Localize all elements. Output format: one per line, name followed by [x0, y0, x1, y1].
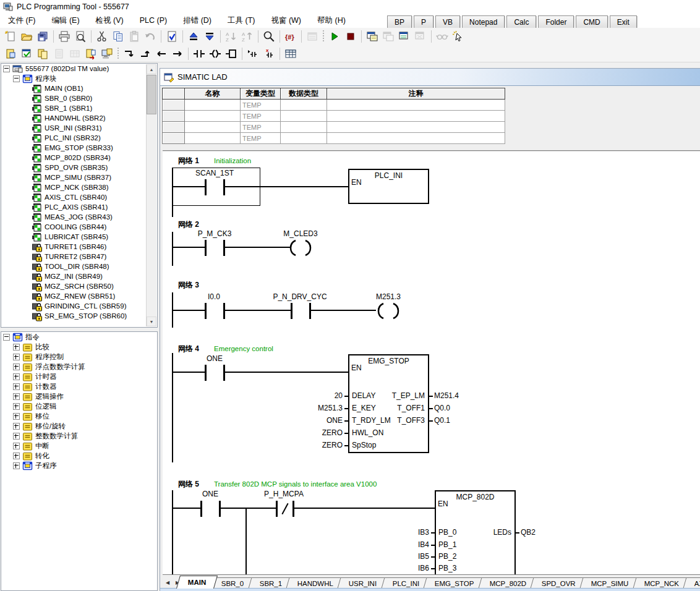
block-verify-button[interactable]	[19, 46, 35, 61]
expand-icon[interactable]	[13, 364, 20, 370]
scroll-down-button[interactable]: ▼	[147, 317, 156, 326]
var-table-cell-var_type[interactable]: TEMP	[241, 100, 281, 111]
tree-item-instructions-root[interactable]: 指令	[1, 332, 157, 342]
tree-item-block[interactable]: PLC_AXIS (SBR41)	[1, 202, 157, 212]
line-right-button[interactable]	[169, 46, 186, 61]
run-button[interactable]	[327, 29, 343, 44]
block-output-value[interactable]: Q0.0	[434, 404, 450, 412]
block-new-button[interactable]	[2, 46, 19, 61]
block-input-value[interactable]: IB5	[418, 552, 429, 561]
quick-button-folder[interactable]: Folder	[538, 15, 574, 29]
tree-item-instruction-category[interactable]: 移位/旋转	[1, 421, 157, 431]
tab-main[interactable]: MAIN	[176, 576, 218, 589]
menu-2[interactable]: 检视 (V)	[88, 14, 132, 28]
tree-item-block[interactable]: EMG_STOP (SBR33)	[1, 143, 157, 153]
contact[interactable]	[223, 240, 225, 256]
var-table-row-header[interactable]	[163, 133, 185, 144]
contact[interactable]	[291, 303, 292, 319]
contact-operand[interactable]: P_N_DRV_CYC	[273, 292, 327, 301]
tree-item-block[interactable]: SPD_OVR (SBR35)	[1, 163, 157, 172]
menu-5[interactable]: 工具 (T)	[220, 14, 263, 28]
var-table-cell-comment[interactable]	[327, 111, 505, 122]
expand-icon[interactable]	[13, 383, 20, 390]
coil-operand[interactable]: M251.3	[376, 292, 401, 301]
cut-button[interactable]	[94, 29, 110, 44]
tree-item-block[interactable]: TURRET1 (SBR46)	[1, 242, 157, 252]
ladder-canvas[interactable]: 网络 1 Initialization SCAN_1ST PLC_INI EN …	[163, 150, 700, 576]
block-input-value[interactable]: IB3	[418, 528, 429, 537]
expand-icon[interactable]	[13, 423, 20, 430]
block-monitor-button[interactable]	[99, 46, 115, 61]
tab-scroll-left-button[interactable]: ◀	[163, 576, 173, 589]
tree-item-block[interactable]: TOOL_DIR (SBR48)	[1, 261, 157, 271]
insert-instruction-button[interactable]	[245, 46, 261, 61]
menu-0[interactable]: 文件 (F)	[0, 14, 43, 28]
download-button[interactable]	[202, 29, 218, 44]
stop-button[interactable]	[343, 29, 359, 44]
contact[interactable]	[309, 303, 311, 319]
tree-item-block[interactable]: SBR_1 (SBR1)	[1, 103, 157, 113]
var-table-cell-data_type[interactable]	[281, 122, 327, 133]
tree-item-block[interactable]: HANDWHL (SBR2)	[1, 113, 157, 123]
tree-item-block[interactable]: LUBRICAT (SBR45)	[1, 232, 157, 242]
var-table-cell-data_type[interactable]	[281, 100, 327, 111]
tree-item-block[interactable]: SBR_0 (SBR0)	[1, 93, 157, 103]
insert-contact-button[interactable]	[191, 46, 207, 61]
quick-button-vb[interactable]: VB	[435, 15, 460, 29]
block-input-value[interactable]: 20	[335, 391, 343, 400]
window-status-button[interactable]	[396, 29, 412, 44]
upload-button[interactable]	[186, 29, 202, 44]
menu-3[interactable]: PLC (P)	[132, 14, 175, 28]
block-input-value[interactable]: ONE	[327, 416, 343, 425]
var-table-cell-comment[interactable]	[327, 133, 505, 144]
block-input-value[interactable]: M251.3	[318, 404, 343, 412]
var-table-cell-name[interactable]	[185, 122, 241, 133]
coil[interactable]	[376, 302, 401, 320]
tree-item-instruction-category[interactable]: 计时器	[1, 372, 157, 381]
tree-item-project-root[interactable]: 555677 (802Dsl TM value)	[1, 64, 157, 74]
insert-box-button[interactable]	[223, 46, 239, 61]
collapse-icon[interactable]	[3, 334, 10, 341]
block-input-value[interactable]: ZERO	[322, 441, 343, 449]
expand-icon[interactable]	[13, 373, 20, 380]
quick-button-notepad[interactable]: Notepad	[462, 15, 505, 29]
contact-operand[interactable]: P_M_CK3	[198, 229, 232, 238]
local-var-table-button[interactable]	[283, 46, 299, 61]
block-input-value[interactable]: IB4	[418, 540, 429, 549]
var-table-cell-name[interactable]	[185, 111, 241, 122]
insert-coil-button[interactable]	[207, 46, 223, 61]
contact[interactable]	[205, 240, 207, 256]
expand-icon[interactable]	[13, 393, 20, 400]
tab-handwhl[interactable]: HANDWHL	[286, 577, 345, 589]
address-braces-button[interactable]: {#}	[283, 29, 299, 44]
tree-item-block[interactable]: GRINDING_CTL (SBR59)	[1, 301, 157, 311]
tree-item-block[interactable]: COOLING (SBR44)	[1, 222, 157, 232]
var-table-row-header[interactable]	[163, 100, 185, 111]
negated-contact[interactable]	[292, 501, 294, 517]
var-table-cell-name[interactable]	[185, 133, 241, 144]
quick-button-calc[interactable]: Calc	[506, 15, 536, 29]
tab-mcp_simu[interactable]: MCP_SIMU	[580, 577, 641, 589]
block-input-value[interactable]: IB6	[418, 564, 429, 572]
line-down-button[interactable]	[121, 46, 137, 61]
new-button[interactable]	[2, 29, 19, 44]
project-tree-scrollbar[interactable]: ▲ ▼	[146, 64, 156, 326]
expand-icon[interactable]	[13, 354, 20, 360]
collapse-icon[interactable]	[3, 66, 10, 72]
contact[interactable]	[200, 501, 202, 517]
tree-item-instruction-category[interactable]: 程序控制	[1, 352, 157, 362]
contact[interactable]	[223, 365, 225, 381]
open-button[interactable]	[19, 29, 35, 44]
tab-emg_stop[interactable]: EMG_STOP	[424, 577, 486, 589]
collapse-icon[interactable]	[13, 75, 20, 82]
quick-button-exit[interactable]: Exit	[610, 15, 637, 29]
contact-operand[interactable]: I0.0	[208, 292, 220, 301]
expand-icon[interactable]	[13, 344, 20, 351]
tree-item-instruction-category[interactable]: 整数数学计算	[1, 431, 157, 441]
tab-mcp_nck[interactable]: MCP_NCK	[633, 577, 690, 589]
tree-item-instruction-category[interactable]: 比较	[1, 342, 157, 352]
expand-icon[interactable]	[13, 453, 20, 459]
contact-operand[interactable]: ONE	[202, 490, 218, 498]
var-table-row-header[interactable]	[163, 122, 185, 133]
contact[interactable]	[219, 501, 221, 517]
